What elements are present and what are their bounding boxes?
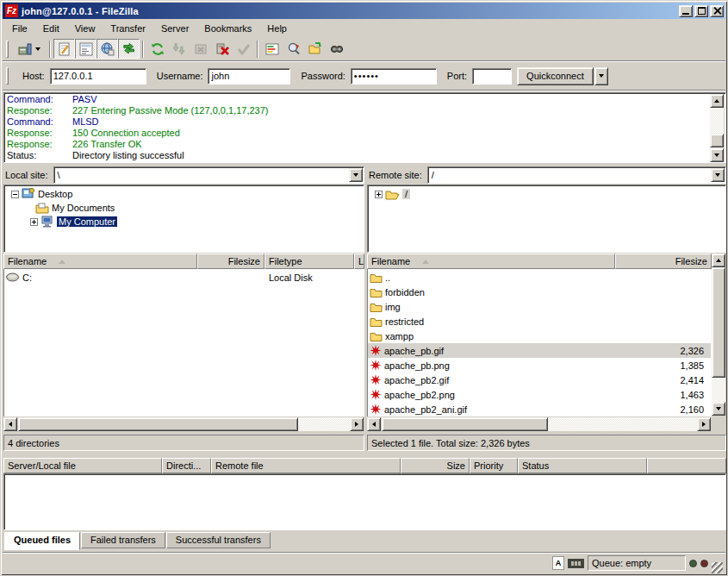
host-input[interactable] <box>50 68 146 85</box>
scroll-track[interactable] <box>712 378 725 402</box>
site-manager-button[interactable] <box>12 39 47 59</box>
scroll-left-button[interactable] <box>367 417 381 431</box>
arrow-down-icon <box>714 153 719 157</box>
remote-file-row[interactable]: apache_pb2_ani.gif 2,160 <box>368 402 711 416</box>
scroll-up-button[interactable] <box>710 94 724 108</box>
minimize-icon <box>682 13 689 15</box>
tab-queued-files[interactable]: Queued files <box>4 532 80 550</box>
scroll-track[interactable] <box>548 417 697 431</box>
column-filename[interactable]: Filename <box>367 254 615 269</box>
menu-server[interactable]: Server <box>153 22 196 35</box>
resize-grip[interactable] <box>712 562 723 573</box>
local-site-combo[interactable]: \ <box>53 166 364 184</box>
scroll-right-button[interactable] <box>697 417 711 431</box>
local-site-dropdown-button[interactable] <box>349 168 363 182</box>
file-search-button[interactable] <box>326 39 347 59</box>
window-title: john@127.0.0.1 - FileZilla <box>22 6 677 16</box>
column-priority[interactable]: Priority <box>470 458 518 473</box>
remote-site-dropdown-button[interactable] <box>711 168 725 182</box>
local-file-row[interactable]: C: Local Disk <box>4 270 364 285</box>
transfer-type-indicator[interactable]: A <box>552 556 564 570</box>
tree-item-my-documents[interactable]: My Documents <box>4 201 364 215</box>
toolbar-grip[interactable] <box>6 41 9 58</box>
toggle-queue-button[interactable] <box>118 39 140 59</box>
remote-site-combo[interactable]: / <box>427 166 726 184</box>
reconnect-button[interactable] <box>233 39 254 59</box>
apache-image-file-icon <box>370 345 382 356</box>
remote-file-row[interactable]: xampp <box>368 329 711 343</box>
username-input[interactable] <box>208 68 290 85</box>
scroll-right-button[interactable] <box>350 417 364 431</box>
remote-file-row[interactable]: apache_pb2.gif 2,414 <box>368 373 711 387</box>
arrow-up-icon <box>714 99 719 103</box>
scroll-up-button[interactable] <box>712 254 725 267</box>
log-scrollbar[interactable] <box>710 94 725 162</box>
remote-file-row[interactable]: img <box>368 299 711 314</box>
expand-icon[interactable] <box>375 191 383 198</box>
scroll-thumb[interactable] <box>382 417 548 431</box>
menu-file[interactable]: File <box>4 22 35 35</box>
toggle-message-log-button[interactable] <box>53 39 75 59</box>
scroll-down-button[interactable] <box>710 148 724 162</box>
expand-icon[interactable] <box>30 218 38 226</box>
tab-failed-transfers[interactable]: Failed transfers <box>81 532 165 548</box>
collapse-icon[interactable] <box>11 191 19 198</box>
column-filesize[interactable]: Filesize <box>615 254 712 269</box>
column-size[interactable]: Size <box>401 458 470 473</box>
column-filename[interactable]: Filename <box>3 254 197 269</box>
synchronized-browsing-button[interactable] <box>304 39 326 59</box>
scroll-thumb[interactable] <box>712 267 725 378</box>
maximize-button[interactable] <box>694 5 708 17</box>
tree-item-root[interactable]: / <box>368 187 725 201</box>
close-button[interactable] <box>710 5 724 17</box>
remote-file-row[interactable]: forbidden <box>368 285 711 299</box>
refresh-button[interactable] <box>146 39 168 59</box>
scroll-thumb[interactable] <box>18 417 298 431</box>
column-server-local-file[interactable]: Server/Local file <box>3 458 162 473</box>
remote-file-row[interactable]: apache_pb2.png 1,463 <box>368 387 711 402</box>
remote-file-row[interactable]: apache_pb.png 1,385 <box>368 358 711 373</box>
column-filetype[interactable]: Filetype <box>264 254 354 269</box>
column-status[interactable]: Status <box>518 458 647 473</box>
toggle-remote-tree-button[interactable] <box>96 39 118 59</box>
remote-file-row[interactable]: restricted <box>368 314 711 329</box>
quickconnect-button[interactable]: Quickconnect <box>517 67 594 85</box>
cancel-operation-button[interactable] <box>190 39 211 59</box>
queue-list[interactable] <box>3 473 726 530</box>
scroll-down-button[interactable] <box>712 402 725 416</box>
menu-bookmarks[interactable]: Bookmarks <box>196 22 259 35</box>
scroll-left-button[interactable] <box>3 417 17 431</box>
process-queue-button[interactable] <box>168 39 190 59</box>
menu-help[interactable]: Help <box>259 22 295 35</box>
tree-item-my-computer[interactable]: My Computer <box>4 215 364 229</box>
toggle-local-tree-button[interactable] <box>75 39 96 59</box>
remote-status-text: Selected 1 file. Total size: 2,326 bytes <box>367 435 726 451</box>
port-input[interactable] <box>472 68 512 85</box>
remote-file-row[interactable]: .. <box>368 270 711 285</box>
quickbar-grip[interactable] <box>6 67 9 85</box>
password-input[interactable] <box>351 68 437 85</box>
directory-comparison-button[interactable] <box>261 39 283 59</box>
quickconnect-dropdown-button[interactable] <box>594 67 608 85</box>
tab-successful-transfers[interactable]: Successful transfers <box>166 532 271 548</box>
synchronized-browsing-icon <box>308 42 322 56</box>
filter-button[interactable] <box>283 39 304 59</box>
column-direction[interactable]: Directi... <box>162 458 211 473</box>
tree-item-desktop[interactable]: Desktop <box>4 187 364 201</box>
local-list-hscrollbar[interactable] <box>3 417 364 432</box>
scroll-track[interactable] <box>298 417 350 431</box>
column-remote-file[interactable]: Remote file <box>211 458 401 473</box>
arrow-down-icon <box>716 407 721 410</box>
remote-list-scrollbar[interactable] <box>712 254 726 416</box>
column-lastmodified[interactable]: L <box>354 254 364 269</box>
remote-site-row: Remote site: / <box>367 166 726 184</box>
column-filesize[interactable]: Filesize <box>197 254 264 269</box>
remote-list-hscrollbar[interactable] <box>367 417 712 432</box>
remote-file-row-selected[interactable]: apache_pb.gif 2,326 <box>368 343 711 358</box>
minimize-button[interactable] <box>679 5 693 17</box>
menu-edit[interactable]: Edit <box>35 22 67 35</box>
scroll-thumb[interactable] <box>710 134 724 147</box>
menu-transfer[interactable]: Transfer <box>103 22 153 35</box>
menu-view[interactable]: View <box>67 22 103 35</box>
disconnect-button[interactable] <box>211 39 233 59</box>
